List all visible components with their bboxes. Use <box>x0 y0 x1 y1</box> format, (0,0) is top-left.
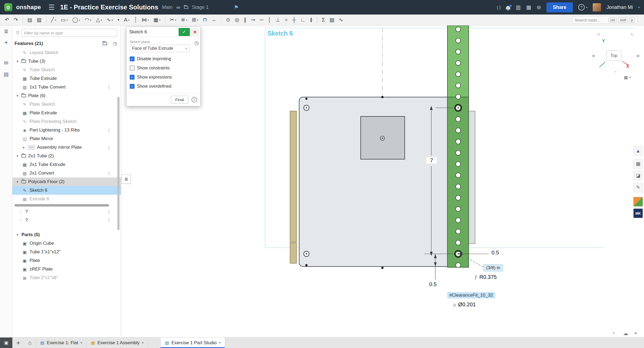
feature-item[interactable]: ✎Plate Sketch <box>12 100 121 109</box>
coincident-constraint-button[interactable]: ⊙ <box>224 16 232 23</box>
view-cube[interactable]: ↺ ↻ ◀ ▶ ⌄ Y X Top <box>591 32 643 80</box>
link-icon[interactable]: ∞ <box>176 4 180 10</box>
rotate-left-icon[interactable]: ◀ <box>591 53 595 58</box>
tube-hole[interactable] <box>456 263 461 268</box>
part-item[interactable]: ▣Origin Cube <box>12 239 121 248</box>
dialog-option-row[interactable]: ✓Show overdefined <box>130 82 197 91</box>
redo-button[interactable]: ↷ <box>12 16 20 23</box>
suppress-dots-icon[interactable]: ⋮ <box>107 145 111 150</box>
mass-properties-icon[interactable]: ⌖ <box>634 330 637 336</box>
feature-item[interactable]: ◈Part Lightening - 13 Ribs⋮ <box>12 126 121 134</box>
view-cube-menu[interactable]: ▦▾ <box>624 75 631 80</box>
dropdown-caret-icon[interactable]: ▾ <box>197 19 198 22</box>
sketch-circle-top-center[interactable] <box>458 107 459 108</box>
feature-item[interactable]: ◌?⋮ <box>12 216 121 225</box>
circle-tool-button[interactable]: ◯▾ <box>70 16 82 23</box>
horizontal-constraint-button[interactable]: ─ <box>258 16 265 23</box>
rollback-history-icon[interactable]: ◷ <box>113 41 117 46</box>
feature-folder[interactable]: ▾Tube (3) <box>12 57 121 66</box>
tube-hole[interactable] <box>456 184 461 189</box>
vertex-dot[interactable] <box>305 98 307 100</box>
dimension-offset-bottom[interactable]: 0.5 <box>429 281 437 287</box>
learning-center-icon[interactable]: ⚑ <box>234 4 239 10</box>
tube-hole[interactable] <box>456 61 461 65</box>
version-name[interactable]: Stage 1 <box>192 5 209 10</box>
tree-vertical-scrollbar[interactable] <box>117 97 120 230</box>
tube-hole[interactable] <box>456 162 461 166</box>
comments-icon[interactable]: ✉ <box>0 57 12 69</box>
dropdown-caret-icon[interactable]: ▾ <box>101 19 102 22</box>
documents-panel-icon[interactable]: ▥ <box>516 4 521 10</box>
clearance-variable-chip[interactable]: #ClearanceFit_10_32 <box>447 292 495 299</box>
wood-rail-upper[interactable] <box>290 111 296 242</box>
text-tool-button[interactable]: A▾ <box>122 16 132 23</box>
feature-folder[interactable]: ▾Polycarb Floor (2) <box>12 177 121 186</box>
screen-share-button[interactable]: ▣ <box>0 338 12 348</box>
parallel-constraint-button[interactable]: ∥ <box>242 16 249 23</box>
tube-hole[interactable] <box>456 218 461 223</box>
feature-item[interactable]: ◌?⋮ <box>12 207 121 216</box>
dropdown-caret-icon[interactable]: ▾ <box>159 19 161 22</box>
user-name[interactable]: Jonathan Mi <box>606 5 633 10</box>
properties-icon[interactable]: ▤ <box>0 69 12 80</box>
search-tools-input[interactable] <box>575 18 606 22</box>
dropdown-caret-icon[interactable]: ▾ <box>79 19 80 22</box>
suppress-dots-icon[interactable]: ⋮ <box>107 128 111 133</box>
dimension-offset-right[interactable]: 0.5 <box>491 250 499 256</box>
dialog-option-row[interactable]: ✓Disable imprinting <box>130 54 197 63</box>
dropdown-caret-icon[interactable]: ▾ <box>186 19 187 22</box>
caret-right-icon[interactable]: ▸ <box>22 145 26 149</box>
tube-hole[interactable] <box>456 195 461 200</box>
view-cube-face-top[interactable]: Top <box>606 51 621 61</box>
checkbox-checked[interactable]: ✓ <box>130 75 135 80</box>
cancel-button[interactable]: × <box>191 28 199 36</box>
tube-hole[interactable] <box>456 128 461 133</box>
named-views-button[interactable]: ▦ <box>633 159 643 169</box>
feature-item[interactable]: ✎Tube Sketch <box>12 66 121 74</box>
dimension-tool-button[interactable]: ↔ <box>209 16 219 23</box>
line-tool-button[interactable]: ╱▾ <box>49 16 58 23</box>
feature-list-icon[interactable]: ≣ <box>0 26 12 37</box>
gray-rail[interactable] <box>469 111 475 244</box>
scene-panel-button[interactable]: ▲ <box>633 146 643 156</box>
dropdown-caret-icon[interactable]: ▾ <box>55 19 56 22</box>
caret-down-icon[interactable]: ▾ <box>16 233 19 237</box>
edit-appearance-button[interactable]: ✎ <box>633 183 643 192</box>
tube-hole[interactable] <box>456 117 461 122</box>
suppress-dots-icon[interactable]: ⋮ <box>107 171 111 176</box>
feature-folder[interactable]: ▾Plate (6) <box>12 91 121 100</box>
feature-item[interactable]: ▦Tube Extrude <box>12 74 121 83</box>
part-item[interactable]: ▣Tube 1"x1"x12" <box>12 248 121 256</box>
point-tool-button[interactable]: • <box>115 16 122 23</box>
undo-button[interactable]: ↶ <box>3 16 11 23</box>
tube-hole[interactable] <box>456 27 461 32</box>
main-menu-icon[interactable]: ☰ <box>49 3 55 12</box>
radius-expression-chip[interactable]: (3/8) in <box>483 264 503 271</box>
spline-tool-button[interactable]: ∿▾ <box>104 16 115 23</box>
trim-tool-button[interactable]: ✂▾ <box>168 16 179 23</box>
user-menu-caret-icon[interactable]: ▾ <box>638 6 640 9</box>
tab-caret-icon[interactable]: ▾ <box>219 341 221 345</box>
new-tab-button[interactable]: + <box>12 338 24 348</box>
measure-button[interactable]: Σ <box>320 16 327 23</box>
diameter-dimension[interactable]: fxØ0.201 <box>453 301 476 308</box>
tangent-constraint-button[interactable]: ⊸ <box>249 16 257 23</box>
cloud-status-icon[interactable]: ☁ <box>623 330 628 336</box>
tab-caret-icon[interactable]: ▾ <box>81 341 82 345</box>
suppress-dots-icon[interactable]: ⋮ <box>107 218 111 223</box>
offset-tool-button[interactable]: ≋▾ <box>179 16 190 23</box>
workspace-name[interactable]: Main <box>162 5 172 10</box>
feature-list-flyout-button[interactable]: ≣ <box>122 175 131 184</box>
mkcad-addin-button[interactable]: MK <box>633 208 643 218</box>
document-tab-active[interactable]: ▧Exercise 1 Part Studio▾ <box>160 338 225 348</box>
vertex-dot[interactable] <box>305 264 307 266</box>
help-icon[interactable]: ? <box>578 4 585 10</box>
filter-input[interactable] <box>21 29 117 37</box>
tube-hole[interactable] <box>456 207 461 211</box>
vertex-dot[interactable] <box>381 267 383 269</box>
dialog-help-icon[interactable]: ? <box>191 97 197 102</box>
notifications-bell-icon[interactable] <box>506 6 510 9</box>
wood-rail-lower[interactable] <box>290 243 296 263</box>
rotate-ccw-icon[interactable]: ↺ <box>597 32 600 37</box>
help-caret-icon[interactable]: ▾ <box>586 6 588 9</box>
